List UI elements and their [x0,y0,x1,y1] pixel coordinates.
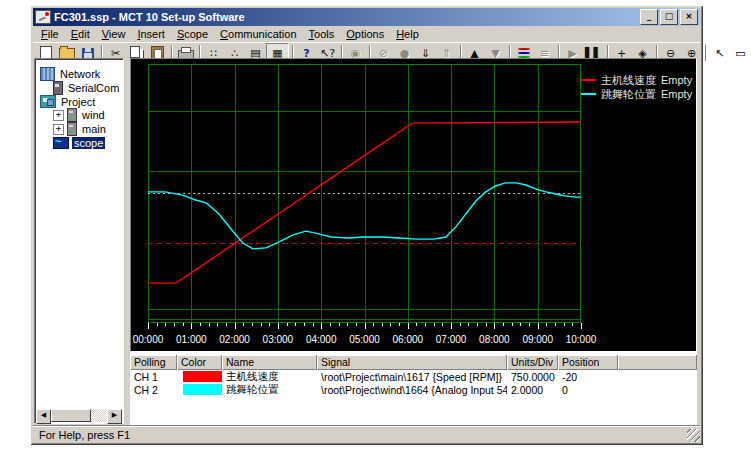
color-cell [177,371,222,382]
scope-icon [53,137,69,149]
polling-cell: CH 2 [130,384,177,396]
units_div-cell: 750.0000 [507,371,558,383]
tree-item-label: main [80,123,108,135]
column-header-filler [618,355,697,370]
title-bar[interactable]: FC301.ssp - MCT 10 Set-up Software _ □ × [33,8,700,26]
color-cell [177,384,222,395]
position-cell: -20 [558,371,618,383]
app-icon[interactable] [35,10,51,24]
lines-icon: ≡ [540,48,549,59]
polling-cell: CH 1 [130,371,177,383]
legend-status: Empty [661,88,692,100]
stop-icon: ⊘ [379,48,388,59]
channel-table: PollingColorNameSignalUnits/DivPosition … [130,355,697,396]
zoom-out-icon: ⊖ [666,48,675,59]
grid-view-icon: ▦ [272,48,282,59]
tree-item-label: wind [80,109,107,121]
column-header-polling[interactable]: Polling [130,355,177,370]
time-tick-label: 08:000 [476,334,512,345]
network-nodes-icon: ∴ [231,48,238,59]
minimize-button[interactable]: _ [640,9,658,25]
status-text: For Help, press F1 [39,429,130,441]
expander-icon[interactable]: + [53,124,64,135]
menu-tools[interactable]: Tools [303,27,341,41]
column-header-name[interactable]: Name [222,355,317,370]
crosshair-icon: + [617,48,626,59]
help-question-icon: ? [303,48,309,59]
legend-label: 主机线速度 [601,73,656,88]
scope-plot[interactable] [148,64,582,332]
record-circle-icon: ● [400,48,410,59]
position-cell: 0 [558,384,618,396]
legend-color-dash [581,79,596,81]
legend-entry: 跳舞轮位置Empty [581,87,692,101]
menu-scope[interactable]: Scope [171,27,214,41]
column-header-signal[interactable]: Signal [317,355,507,370]
list-view-icon: ▤ [250,48,260,59]
project-tree-panel: NetworkSerialComProject+wind+mainscope ◀… [34,58,124,424]
sidebar-item-serialcom[interactable]: SerialCom [53,81,121,95]
legend-label: 跳舞轮位置 [601,87,656,102]
tree-item-label: SerialCom [66,82,121,94]
menu-bar: FileEditViewInsertScopeCommunicationTool… [33,26,700,42]
tree-item-label: scope [72,137,105,149]
time-tick-label: 06:000 [390,334,426,345]
maximize-button[interactable]: □ [660,9,678,25]
time-tick-label: 03:000 [260,334,296,345]
menu-communication[interactable]: Communication [214,27,302,41]
scrollbar-thumb[interactable] [51,409,91,422]
scope-legend: 主机线速度Empty跳舞轮位置Empty [581,73,692,101]
sidebar-item-network[interactable]: Network [40,67,102,81]
sidebar-item-project[interactable]: Project [40,95,97,109]
toolbar-separator [702,45,709,61]
project-icon [40,95,56,108]
scope-chart[interactable] [148,64,582,330]
time-tick-label: 05:000 [347,334,383,345]
window-title: FC301.ssp - MCT 10 Set-up Software [54,11,638,23]
signal-cell: \root\Project\main\1617 {Speed [RPM]} [317,371,507,383]
time-tick-label: 09:000 [520,334,556,345]
trace-channel-1 [148,122,581,283]
menu-edit[interactable]: Edit [65,27,96,41]
scroll-left-button[interactable]: ◀ [36,409,51,424]
time-axis-labels: 00:00001:00002:00003:00004:00005:00006:0… [148,334,688,348]
save-floppy-icon [82,48,94,59]
menu-help[interactable]: Help [390,27,425,41]
column-header-position[interactable]: Position [558,355,618,370]
pointer-select-button[interactable]: ↖ [709,44,730,62]
menu-view[interactable]: View [96,27,132,41]
rectangle-zoom-button[interactable]: ▭ [730,44,751,62]
channel-table-header: PollingColorNameSignalUnits/DivPosition [130,355,697,370]
time-tick-label: 10:000 [563,334,599,345]
play-icon: ▶ [568,48,576,59]
waveform-icon [518,48,530,50]
column-header-color[interactable]: Color [177,355,222,370]
up-arrow-icon: ▲ [470,48,478,59]
resize-grip[interactable] [687,429,700,442]
zoom-tool-icon: ◈ [638,48,646,59]
scrollbar-track[interactable] [51,409,107,422]
time-tick-label: 01:000 [173,334,209,345]
menu-insert[interactable]: Insert [131,27,171,41]
name-cell: 主机线速度 [222,370,317,384]
menu-options[interactable]: Options [340,27,390,41]
sidebar-item-wind[interactable]: +wind [53,108,107,122]
scroll-right-button[interactable]: ▶ [107,409,122,424]
scope-view[interactable]: 主机线速度Empty跳舞轮位置Empty 00:00001:00002:0000… [130,58,697,352]
column-header-units-div[interactable]: Units/Div [507,355,558,370]
channel-color-swatch [183,371,222,382]
table-row[interactable]: CH 2跳舞轮位置\root\Project\wind\1664 {Analog… [130,383,697,396]
name-cell: 跳舞轮位置 [222,383,317,397]
legend-entry: 主机线速度Empty [581,73,692,87]
context-help-icon: ↖? [320,48,335,59]
close-button[interactable]: × [680,9,698,25]
sidebar-item-scope[interactable]: scope [53,136,105,150]
sidebar-item-main[interactable]: +main [53,122,108,136]
menu-file[interactable]: File [35,27,65,41]
expander-icon[interactable]: + [53,110,64,121]
time-tick-label: 02:000 [217,334,253,345]
legend-color-dash [581,93,596,95]
header-row: PollingColorNameSignalUnits/DivPosition [130,355,697,370]
table-row[interactable]: CH 1主机线速度\root\Project\main\1617 {Speed … [130,370,697,383]
connect-modem-icon: ◉ [351,48,361,59]
